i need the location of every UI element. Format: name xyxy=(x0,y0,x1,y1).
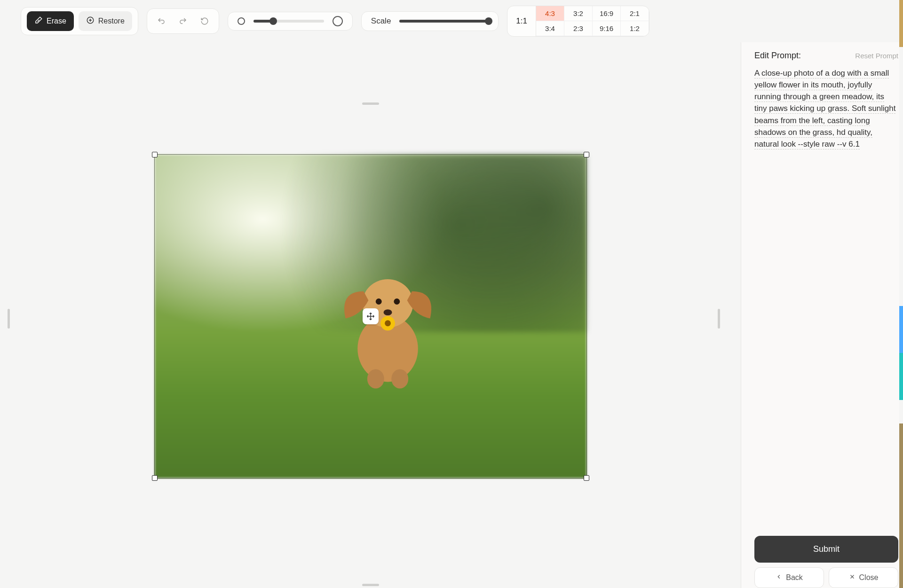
restore-button[interactable]: Restore xyxy=(79,11,132,31)
chevron-left-icon xyxy=(776,573,782,582)
svg-point-3 xyxy=(376,298,382,305)
close-icon xyxy=(849,573,855,582)
svg-point-5 xyxy=(383,309,392,315)
aspect-ratio-4-3[interactable]: 4:3 xyxy=(536,6,564,21)
aspect-ratio-2-1[interactable]: 2:1 xyxy=(621,6,649,21)
eraser-icon xyxy=(34,16,43,26)
panel-handle-left[interactable] xyxy=(8,309,10,329)
undo-button[interactable] xyxy=(153,13,170,30)
svg-point-7 xyxy=(385,320,391,326)
canvas-edge-bottom[interactable] xyxy=(362,584,379,586)
scale-group: Scale xyxy=(361,11,499,31)
thumbnail-strip[interactable] xyxy=(899,0,903,588)
brush-small-icon xyxy=(238,17,245,25)
history-group xyxy=(147,8,219,34)
canvas-edge-top[interactable] xyxy=(362,102,379,105)
resize-handle-top-left[interactable] xyxy=(152,152,158,157)
erase-restore-group: Erase Restore xyxy=(21,7,138,35)
prompt-text[interactable]: A close-up photo of a dog with a small y… xyxy=(754,67,898,150)
aspect-ratio-3-4[interactable]: 3:4 xyxy=(536,21,564,36)
erase-label: Erase xyxy=(47,17,66,25)
brush-size-group xyxy=(228,12,353,31)
canvas-dog-illustration xyxy=(327,258,448,391)
restore-label: Restore xyxy=(98,17,125,25)
reset-prompt-button[interactable]: Reset Prompt xyxy=(855,52,898,60)
top-toolbar: Erase Restore Scale xyxy=(0,0,903,42)
reset-button[interactable] xyxy=(196,13,213,30)
panel-handle-right[interactable] xyxy=(718,309,720,329)
submit-button[interactable]: Submit xyxy=(754,536,898,563)
aspect-ratio-group: 1:1 4:3 3:2 16:9 2:1 3:4 2:3 9:16 1:2 xyxy=(507,6,650,37)
scale-slider[interactable] xyxy=(399,20,489,23)
aspect-ratio-3-2[interactable]: 3:2 xyxy=(564,6,593,21)
aspect-ratio-1-2[interactable]: 1:2 xyxy=(621,21,649,36)
aspect-ratio-2-3[interactable]: 2:3 xyxy=(564,21,593,36)
resize-handle-bottom-right[interactable] xyxy=(584,475,589,481)
aspect-ratio-16-9[interactable]: 16:9 xyxy=(593,6,621,21)
aspect-ratio-1-1[interactable]: 1:1 xyxy=(507,6,536,36)
prompt-panel: Edit Prompt: Reset Prompt A close-up pho… xyxy=(741,42,903,588)
resize-handle-bottom-left[interactable] xyxy=(152,475,158,481)
brush-size-slider[interactable] xyxy=(253,20,324,23)
aspect-ratio-grid: 4:3 3:2 16:9 2:1 3:4 2:3 9:16 1:2 xyxy=(536,6,649,36)
svg-point-8 xyxy=(367,369,384,388)
scale-label: Scale xyxy=(371,16,391,26)
back-button[interactable]: Back xyxy=(754,567,824,588)
canvas-area xyxy=(0,42,741,588)
redo-button[interactable] xyxy=(174,13,191,30)
svg-point-9 xyxy=(391,369,408,388)
aspect-ratio-9-16[interactable]: 9:16 xyxy=(593,21,621,36)
resize-handle-top-right[interactable] xyxy=(584,152,589,157)
prompt-panel-title: Edit Prompt: xyxy=(754,51,801,61)
close-button[interactable]: Close xyxy=(829,567,898,588)
move-handle[interactable] xyxy=(363,308,379,324)
svg-point-4 xyxy=(394,298,400,305)
image-selection-frame[interactable] xyxy=(154,154,587,478)
plus-circle-icon xyxy=(86,16,95,26)
brush-large-icon xyxy=(333,16,343,26)
erase-button[interactable]: Erase xyxy=(27,11,74,31)
main-area: Edit Prompt: Reset Prompt A close-up pho… xyxy=(0,42,903,588)
